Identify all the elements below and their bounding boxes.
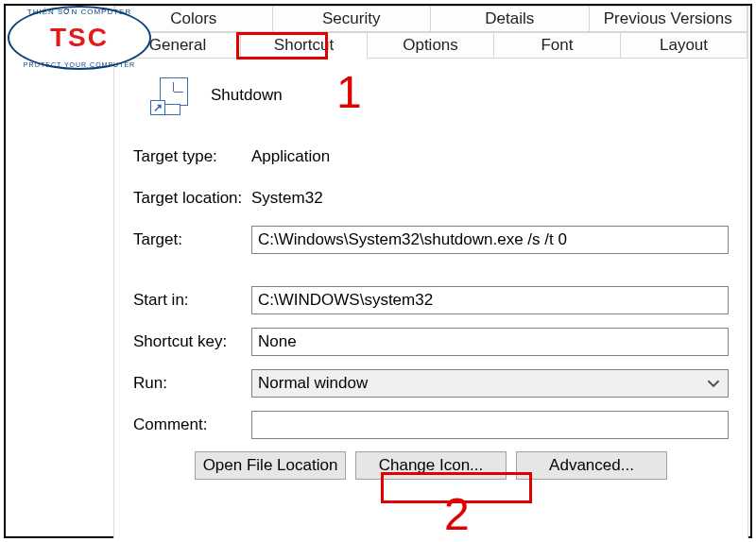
advanced-button[interactable]: Advanced... [516, 451, 667, 480]
shortcut-file-icon [150, 76, 190, 115]
chevron-down-icon [707, 377, 720, 390]
button-label: Open File Location [203, 456, 338, 475]
shortcut-key-input[interactable] [251, 328, 729, 356]
tab-label: General [149, 36, 206, 55]
brand-logo: THIÊN SƠN COMPUTER TSC PROTECT YOUR COMP… [4, 4, 155, 72]
tab-options[interactable]: Options [368, 32, 494, 59]
tab-details[interactable]: Details [431, 6, 590, 32]
run-label: Run: [133, 374, 251, 393]
logo-bottom-text: PROTECT YOUR COMPUTER [9, 61, 149, 68]
target-type-label: Target type: [133, 147, 251, 166]
logo-top-text: THIÊN SƠN COMPUTER [9, 8, 149, 16]
start-in-input[interactable] [251, 286, 729, 314]
target-input[interactable] [251, 226, 729, 254]
tab-label: Previous Versions [604, 9, 732, 28]
tab-row-primary: General Shortcut Options Font Layout [114, 32, 747, 59]
tab-label: Layout [660, 36, 708, 55]
shortcut-name: Shutdown [211, 86, 283, 105]
tab-row-secondary: Colors Security Details Previous Version… [114, 6, 747, 32]
properties-dialog: Colors Security Details Previous Version… [113, 6, 748, 538]
target-label: Target: [133, 230, 251, 249]
tab-label: Details [485, 9, 534, 28]
tab-previous-versions[interactable]: Previous Versions [590, 6, 748, 32]
run-combobox[interactable]: Normal window [251, 369, 729, 398]
tab-shortcut[interactable]: Shortcut [241, 32, 368, 59]
target-location-value: System32 [251, 189, 323, 208]
button-row: Open File Location Change Icon... Advanc… [133, 451, 729, 480]
change-icon-button[interactable]: Change Icon... [355, 451, 507, 480]
target-type-value: Application [251, 147, 330, 166]
tab-security[interactable]: Security [273, 6, 432, 32]
button-label: Advanced... [549, 456, 634, 475]
open-file-location-button[interactable]: Open File Location [195, 451, 346, 480]
tab-layout[interactable]: Layout [621, 32, 747, 59]
tab-label: Shortcut [274, 36, 334, 55]
tab-label: Options [403, 36, 458, 55]
run-value: Normal window [258, 374, 368, 393]
comment-label: Comment: [133, 415, 251, 434]
tab-label: Security [322, 9, 380, 28]
shortcut-key-label: Shortcut key: [133, 332, 251, 351]
comment-input[interactable] [251, 411, 729, 439]
tab-label: Font [541, 36, 573, 55]
tab-content-shortcut: Shutdown Target type: Application Target… [114, 59, 747, 538]
tab-label: Colors [170, 9, 216, 28]
logo-main: TSC [50, 23, 109, 53]
start-in-label: Start in: [133, 291, 251, 310]
target-location-label: Target location: [133, 189, 251, 208]
tab-font[interactable]: Font [494, 32, 621, 59]
button-label: Change Icon... [379, 456, 484, 475]
